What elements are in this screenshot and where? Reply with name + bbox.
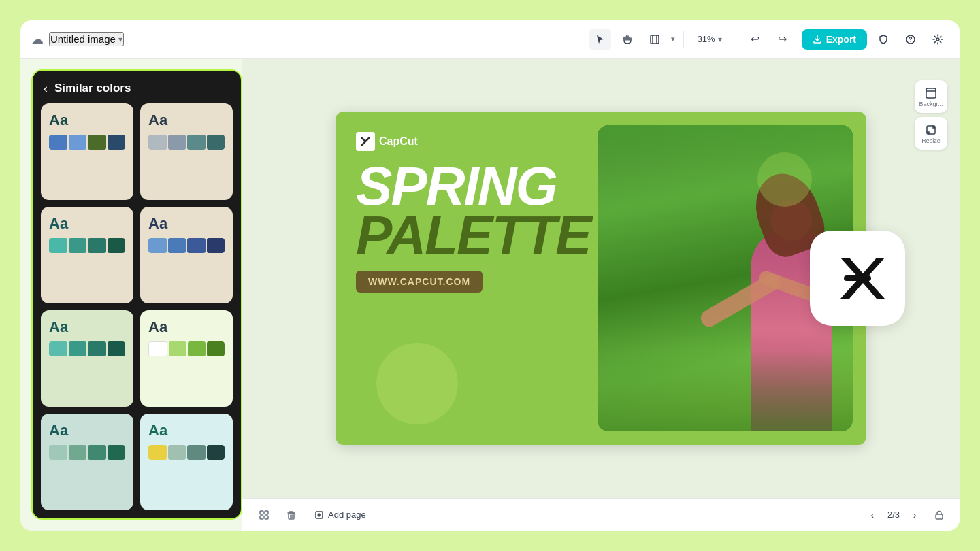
design-canvas[interactable]: CapCut SPRING PALETTE WWW.CAPCUT.COM [336, 112, 866, 445]
color-card-8[interactable]: Aa [140, 414, 233, 510]
color-card-5[interactable]: Aa [41, 310, 133, 407]
swatch [108, 238, 126, 253]
chevron-down-icon: ▾ [118, 35, 122, 44]
swatch [169, 341, 186, 356]
floating-capcut-logo [810, 231, 905, 326]
swatch [69, 341, 87, 356]
color-card-1[interactable]: Aa [41, 103, 133, 200]
swatch [108, 445, 126, 460]
file-title-button[interactable]: Untitled image ▾ [49, 32, 124, 46]
color-card-5-aa: Aa [49, 318, 125, 336]
svg-rect-8 [260, 516, 263, 519]
background-panel-button[interactable]: Backgr... [915, 80, 947, 113]
swatch [168, 135, 186, 150]
color-card-8-swatches [148, 445, 225, 460]
green-blob-1 [376, 343, 458, 424]
next-page-button[interactable]: › [905, 505, 924, 524]
color-card-7-swatches [49, 445, 125, 460]
color-card-7-aa: Aa [49, 422, 125, 439]
background-label: Backgr... [919, 101, 943, 107]
swatch [148, 445, 167, 460]
canvas-content: CapCut SPRING PALETTE WWW.CAPCUT.COM [242, 59, 960, 498]
swatch [187, 445, 206, 460]
swatch [69, 238, 87, 253]
divider-2 [736, 31, 736, 48]
swatch [168, 238, 186, 253]
bottom-left: Add page [253, 504, 373, 526]
swatch [207, 445, 225, 460]
svg-rect-6 [260, 511, 263, 514]
add-page-label: Add page [328, 510, 366, 520]
palette-text: PALETTE [356, 211, 591, 260]
delete-page-button[interactable] [280, 504, 302, 526]
divider-1 [683, 31, 684, 48]
svg-rect-10 [289, 513, 294, 519]
shield-icon-button[interactable] [872, 29, 894, 50]
resize-panel-button[interactable]: Resize [915, 117, 947, 150]
prev-page-button[interactable]: ‹ [863, 505, 882, 524]
bottom-bar: Add page ‹ 2/3 › [242, 498, 960, 531]
lock-button[interactable] [930, 505, 949, 524]
frame-tool-button[interactable] [644, 29, 666, 50]
undo-icon: ↩ [751, 33, 760, 46]
back-button[interactable]: ‹ [44, 82, 48, 95]
color-card-7[interactable]: Aa [41, 414, 133, 510]
app-container: ☁ Untitled image ▾ ▾ 31% ▾ [20, 20, 960, 531]
settings-icon-button[interactable] [927, 29, 949, 50]
color-card-2-aa: Aa [148, 112, 225, 129]
canvas-area: CapCut SPRING PALETTE WWW.CAPCUT.COM [242, 59, 960, 531]
header-left: ☁ Untitled image ▾ [31, 32, 581, 47]
redo-button[interactable]: ↪ [772, 29, 794, 50]
header-center: ▾ 31% ▾ ↩ ↪ [589, 29, 794, 50]
color-card-4-swatches [148, 238, 225, 253]
select-tool-button[interactable] [589, 29, 611, 50]
help-icon-button[interactable] [900, 29, 921, 50]
color-card-1-swatches [49, 135, 125, 150]
color-card-4-aa: Aa [148, 215, 225, 233]
swatch [148, 341, 167, 356]
color-card-3-swatches [49, 238, 125, 253]
svg-rect-12 [936, 514, 943, 519]
swatch [187, 135, 206, 150]
zoom-level-text: 31% [698, 34, 715, 44]
cloud-icon: ☁ [31, 32, 44, 47]
hand-tool-button[interactable] [617, 29, 638, 50]
swatch [49, 445, 67, 460]
color-card-2-swatches [148, 135, 225, 150]
swatch [88, 135, 106, 150]
swatch [49, 135, 67, 150]
zoom-control-button[interactable]: 31% ▾ [692, 31, 728, 47]
capcut-x-icon [830, 251, 885, 305]
capcut-logo-icon [356, 132, 375, 151]
swatch [69, 445, 87, 460]
export-button[interactable]: Export [802, 29, 867, 50]
template-icon-button[interactable] [253, 504, 275, 526]
main-area: ‹ Similar colors Aa Aa [20, 59, 960, 531]
swatch [187, 238, 206, 253]
header-right: Export [802, 29, 949, 50]
color-card-3[interactable]: Aa [41, 207, 133, 303]
capcut-logo-text: CapCut [379, 135, 418, 148]
swatch [88, 341, 106, 356]
swatch [207, 341, 225, 356]
svg-rect-4 [926, 88, 936, 98]
sidebar-header: ‹ Similar colors [33, 71, 241, 103]
swatch [49, 238, 67, 253]
color-card-2[interactable]: Aa [140, 103, 233, 200]
color-card-6[interactable]: Aa [140, 310, 233, 407]
url-badge: WWW.CAPCUT.COM [356, 271, 483, 293]
color-card-1-aa: Aa [49, 112, 125, 129]
swatch [49, 341, 67, 356]
color-card-6-swatches [148, 341, 225, 356]
color-card-6-aa: Aa [148, 318, 225, 336]
export-label: Export [826, 34, 856, 45]
green-blob-2 [757, 152, 812, 207]
svg-rect-5 [927, 126, 935, 134]
color-grid: Aa Aa [33, 103, 241, 518]
resize-label: Resize [921, 138, 941, 144]
undo-button[interactable]: ↩ [745, 29, 766, 50]
color-card-4[interactable]: Aa [140, 207, 233, 303]
add-page-button[interactable]: Add page [308, 505, 373, 524]
swatch [108, 135, 126, 150]
page-nav: ‹ 2/3 › [863, 505, 924, 524]
